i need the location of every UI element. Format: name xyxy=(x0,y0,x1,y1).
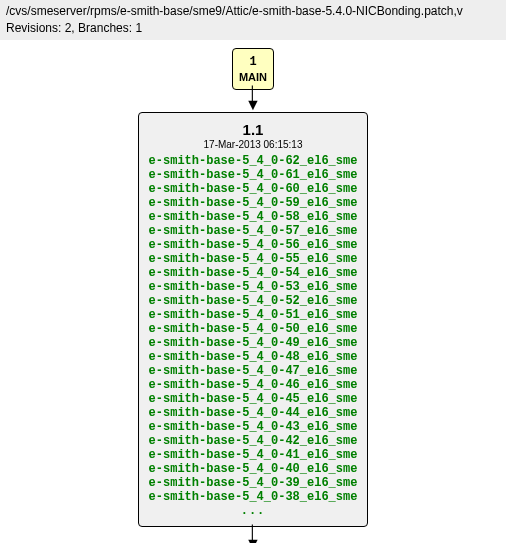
tag-entry: e-smith-base-5_4_0-45_el6_sme xyxy=(149,392,358,406)
header-bar: /cvs/smeserver/rpms/e-smith-base/sme9/At… xyxy=(0,0,506,40)
revision-number: 1.1 xyxy=(149,121,358,138)
revision-date: 17-Mar-2013 06:15:13 xyxy=(149,139,358,150)
connector-2: │▼ xyxy=(0,529,506,543)
tag-entry: e-smith-base-5_4_0-59_el6_sme xyxy=(149,196,358,210)
tag-entry: e-smith-base-5_4_0-57_el6_sme xyxy=(149,224,358,238)
branch-number: 1 xyxy=(233,53,273,71)
tag-entry: e-smith-base-5_4_0-41_el6_sme xyxy=(149,448,358,462)
tag-entry: e-smith-base-5_4_0-38_el6_sme xyxy=(149,490,358,504)
tag-entry: e-smith-base-5_4_0-40_el6_sme xyxy=(149,462,358,476)
tag-entry: e-smith-base-5_4_0-49_el6_sme xyxy=(149,336,358,350)
tag-entry: e-smith-base-5_4_0-54_el6_sme xyxy=(149,266,358,280)
tag-entry: e-smith-base-5_4_0-60_el6_sme xyxy=(149,182,358,196)
tag-entry: e-smith-base-5_4_0-47_el6_sme xyxy=(149,364,358,378)
tag-entry: e-smith-base-5_4_0-51_el6_sme xyxy=(149,308,358,322)
revision-1-1-box[interactable]: 1.1 17-Mar-2013 06:15:13 e-smith-base-5_… xyxy=(138,112,369,527)
tag-entry: e-smith-base-5_4_0-42_el6_sme xyxy=(149,434,358,448)
revision-graph: 1 MAIN │▼ 1.1 17-Mar-2013 06:15:13 e-smi… xyxy=(0,40,506,543)
branch-name-main: MAIN xyxy=(239,71,267,83)
tag-entry: e-smith-base-5_4_0-52_el6_sme xyxy=(149,294,358,308)
connector-1: │▼ xyxy=(0,90,506,110)
tags-ellipsis: ... xyxy=(149,504,358,518)
tag-entry: e-smith-base-5_4_0-53_el6_sme xyxy=(149,280,358,294)
tag-entry: e-smith-base-5_4_0-48_el6_sme xyxy=(149,350,358,364)
tag-entry: e-smith-base-5_4_0-56_el6_sme xyxy=(149,238,358,252)
tag-entry: e-smith-base-5_4_0-39_el6_sme xyxy=(149,476,358,490)
tag-entry: e-smith-base-5_4_0-46_el6_sme xyxy=(149,378,358,392)
tag-entry: e-smith-base-5_4_0-55_el6_sme xyxy=(149,252,358,266)
branch-top-box[interactable]: 1 MAIN xyxy=(232,48,274,90)
tag-entry: e-smith-base-5_4_0-43_el6_sme xyxy=(149,420,358,434)
revisions-count: Revisions: 2, Branches: 1 xyxy=(6,21,142,35)
tag-entry: e-smith-base-5_4_0-61_el6_sme xyxy=(149,168,358,182)
tag-entry: e-smith-base-5_4_0-62_el6_sme xyxy=(149,154,358,168)
file-path: /cvs/smeserver/rpms/e-smith-base/sme9/At… xyxy=(6,4,463,18)
tag-list: e-smith-base-5_4_0-62_el6_smee-smith-bas… xyxy=(149,154,358,504)
tag-entry: e-smith-base-5_4_0-58_el6_sme xyxy=(149,210,358,224)
tag-entry: e-smith-base-5_4_0-50_el6_sme xyxy=(149,322,358,336)
tag-entry: e-smith-base-5_4_0-44_el6_sme xyxy=(149,406,358,420)
